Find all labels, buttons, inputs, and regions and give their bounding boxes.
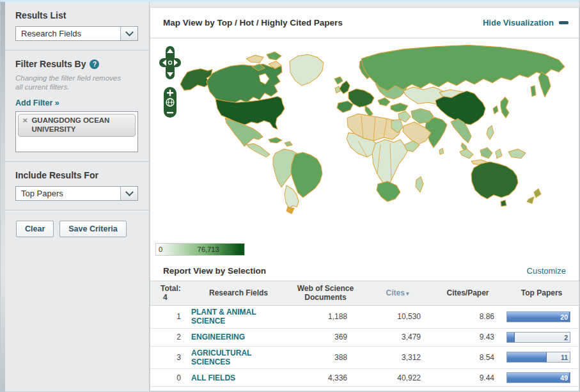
scale-max-label: 76,713 bbox=[198, 246, 219, 253]
filter-tag-label: GUANGDONG OCEAN UNIVERSITY bbox=[31, 116, 131, 134]
collapse-minus-icon[interactable] bbox=[559, 21, 568, 24]
map-pan-control[interactable] bbox=[159, 46, 181, 79]
table-row: 2 ENGINEERING 369 3,479 9.43 2 bbox=[150, 329, 579, 347]
row-docs: 1,188 bbox=[287, 312, 364, 321]
row-cites: 10,530 bbox=[364, 312, 431, 321]
row-cites: 3,312 bbox=[364, 353, 431, 362]
remove-filter-icon[interactable]: ✕ bbox=[22, 117, 27, 125]
row-docs: 4,336 bbox=[287, 373, 364, 382]
row-field-link[interactable]: AGRICULTURAL SCIENCES bbox=[191, 349, 283, 367]
esi-application-window: Results List Research Fields Filter Resu… bbox=[0, 0, 580, 392]
scale-min-label: 0 bbox=[159, 246, 162, 253]
row-cites-per-paper: 9.44 bbox=[431, 373, 505, 382]
filter-section: Filter Results By ? Changing the filter … bbox=[1, 51, 149, 162]
filter-tag[interactable]: ✕ GUANGDONG OCEAN UNIVERSITY bbox=[18, 114, 136, 137]
top-papers-bar: 49 bbox=[506, 372, 570, 383]
top-papers-bar: 11 bbox=[506, 352, 570, 363]
row-rank: 3 bbox=[150, 353, 190, 362]
column-cites-per-paper: Cites/Paper bbox=[431, 286, 505, 300]
sidebar-actions: Clear Save Criteria bbox=[1, 210, 149, 247]
table-row: 0 ALL FIELDS 4,336 40,922 9.44 49 bbox=[150, 369, 579, 387]
table-row: 3 AGRICULTURAL SCIENCES 388 3,312 8.54 1… bbox=[150, 347, 579, 370]
top-papers-bar: 2 bbox=[506, 332, 570, 343]
add-filter-link[interactable]: Add Filter » bbox=[15, 98, 59, 107]
map-zoom-control[interactable] bbox=[164, 87, 176, 118]
customize-link[interactable]: Customize bbox=[527, 266, 566, 276]
top-papers-bar-fill bbox=[507, 352, 547, 362]
sort-desc-icon: ▾ bbox=[406, 290, 409, 297]
choropleth-color-scale: 0 76,713 bbox=[155, 243, 245, 256]
map-header: Map View by Top / Hot / Highly Cited Pap… bbox=[150, 8, 579, 38]
choropleth-world-map[interactable] bbox=[150, 38, 579, 261]
filter-by-heading: Filter Results By bbox=[15, 59, 86, 69]
row-docs: 369 bbox=[287, 333, 364, 341]
filter-note: Changing the filter field removes all cu… bbox=[15, 74, 124, 92]
total-count: Total: 4 bbox=[150, 281, 190, 305]
include-results-select[interactable]: Top Papers bbox=[15, 186, 138, 201]
world-map-container: 0 76,713 bbox=[150, 38, 579, 261]
top-papers-bar-fill bbox=[507, 333, 515, 342]
row-rank: 1 bbox=[150, 312, 190, 321]
map-title: Map View by Top / Hot / Highly Cited Pap… bbox=[163, 18, 343, 27]
include-results-heading: Include Results For bbox=[15, 170, 140, 180]
report-header: Report View by Selection Customize bbox=[150, 261, 579, 281]
results-list-selected-value: Research Fields bbox=[16, 27, 120, 40]
top-papers-bar-value: 2 bbox=[564, 334, 568, 341]
chevron-down-icon[interactable] bbox=[120, 187, 137, 200]
results-list-section: Results List Research Fields bbox=[1, 2, 149, 51]
report-table-header: Total: 4 Research Fields Web of Science … bbox=[150, 281, 579, 306]
row-field-link[interactable]: PLANT & ANIMAL SCIENCE bbox=[191, 308, 283, 326]
row-cites-per-paper: 8.54 bbox=[431, 353, 505, 362]
row-rank: 0 bbox=[150, 373, 190, 382]
table-row: 1 PLANT & ANIMAL SCIENCE 1,188 10,530 8.… bbox=[150, 306, 579, 329]
row-rank: 2 bbox=[150, 333, 190, 341]
save-criteria-button[interactable]: Save Criteria bbox=[59, 221, 126, 237]
report-title: Report View by Selection bbox=[163, 266, 266, 276]
column-research-fields: Research Fields bbox=[190, 286, 287, 300]
column-top-papers: Top Papers bbox=[505, 286, 579, 300]
top-papers-bar-value: 20 bbox=[560, 313, 568, 321]
top-papers-bar-value: 49 bbox=[560, 374, 568, 382]
include-results-selected-value: Top Papers bbox=[16, 187, 120, 200]
hide-visualization-link[interactable]: Hide Visualization bbox=[483, 18, 554, 27]
row-field-link[interactable]: ENGINEERING bbox=[191, 333, 245, 341]
results-list-select[interactable]: Research Fields bbox=[15, 26, 138, 41]
include-results-section: Include Results For Top Papers bbox=[1, 162, 149, 210]
row-cites: 3,479 bbox=[364, 333, 431, 341]
sidebar: Results List Research Fields Filter Resu… bbox=[1, 2, 150, 391]
column-wos-documents: Web of Science Documents bbox=[287, 281, 364, 305]
row-cites-per-paper: 8.86 bbox=[431, 312, 505, 321]
top-papers-bar-value: 11 bbox=[561, 354, 568, 361]
row-docs: 388 bbox=[287, 353, 364, 362]
active-filters-box: ✕ GUANGDONG OCEAN UNIVERSITY bbox=[15, 111, 138, 152]
row-cites: 40,922 bbox=[364, 373, 431, 382]
chevron-down-icon[interactable] bbox=[120, 27, 137, 40]
report-table-body: 1 PLANT & ANIMAL SCIENCE 1,188 10,530 8.… bbox=[150, 306, 579, 388]
results-list-heading: Results List bbox=[15, 10, 140, 20]
main-content: Map View by Top / Hot / Highly Cited Pap… bbox=[150, 2, 580, 391]
column-cites-sortable[interactable]: Cites▾ bbox=[364, 286, 431, 300]
row-field-link[interactable]: ALL FIELDS bbox=[191, 373, 235, 382]
help-icon[interactable]: ? bbox=[90, 59, 99, 69]
clear-button[interactable]: Clear bbox=[16, 221, 54, 237]
row-cites-per-paper: 9.43 bbox=[431, 333, 505, 341]
top-papers-bar: 20 bbox=[506, 311, 570, 322]
